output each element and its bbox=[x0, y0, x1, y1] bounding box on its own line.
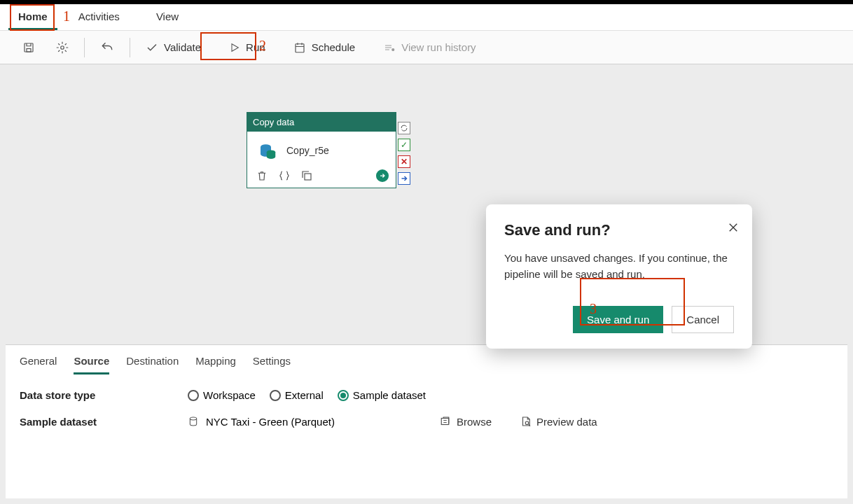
browse-icon bbox=[440, 415, 452, 428]
connector-completion[interactable] bbox=[398, 172, 410, 185]
radio-label: External bbox=[285, 389, 324, 401]
database-icon bbox=[257, 140, 278, 161]
radio-circle-icon bbox=[270, 390, 281, 401]
tab-source[interactable]: Source bbox=[74, 348, 109, 374]
play-icon bbox=[229, 42, 240, 53]
svg-rect-9 bbox=[441, 419, 449, 425]
toolbar: Validate Run Schedule View run history 2 bbox=[0, 31, 853, 64]
save-and-run-dialog: Save and run? You have unsaved changes. … bbox=[486, 204, 752, 349]
svg-rect-0 bbox=[25, 43, 33, 52]
properties-pane: General Source Destination Mapping Setti… bbox=[6, 344, 847, 498]
svg-point-10 bbox=[525, 421, 529, 425]
svg-point-4 bbox=[392, 48, 394, 50]
activity-connectors: ✓ ✕ bbox=[398, 122, 410, 185]
svg-point-8 bbox=[190, 417, 196, 420]
ribbon-tab-view[interactable]: View bbox=[146, 4, 188, 30]
save-icon bbox=[22, 41, 35, 54]
schedule-button[interactable]: Schedule bbox=[284, 37, 366, 58]
tab-settings[interactable]: Settings bbox=[253, 348, 291, 374]
copy-icon[interactable] bbox=[300, 169, 313, 182]
sample-dataset-value: NYC Taxi - Green (Parquet) bbox=[206, 416, 335, 428]
delete-icon[interactable] bbox=[256, 169, 268, 182]
radio-circle-icon bbox=[188, 390, 199, 401]
browse-label: Browse bbox=[457, 416, 492, 428]
history-icon bbox=[383, 41, 396, 54]
save-and-run-button[interactable]: Save and run bbox=[573, 306, 663, 333]
copy-data-activity[interactable]: Copy data Copy_r5e bbox=[247, 112, 396, 188]
activity-name-label: Copy_r5e bbox=[286, 145, 329, 156]
svg-point-2 bbox=[61, 46, 64, 49]
divider bbox=[130, 38, 130, 57]
dialog-actions: Save and run Cancel bbox=[504, 306, 734, 333]
tab-mapping[interactable]: Mapping bbox=[195, 348, 236, 374]
data-store-type-label: Data store type bbox=[20, 389, 188, 401]
ribbon-tab-strip: Home Activities View 1 bbox=[0, 4, 853, 31]
execute-icon[interactable] bbox=[376, 169, 389, 182]
browse-button[interactable]: Browse bbox=[440, 415, 492, 428]
radio-external[interactable]: External bbox=[270, 389, 324, 401]
radio-sample-dataset[interactable]: Sample dataset bbox=[338, 389, 426, 401]
code-braces-icon[interactable] bbox=[278, 169, 291, 182]
save-button[interactable] bbox=[13, 37, 45, 58]
radio-workspace[interactable]: Workspace bbox=[188, 389, 256, 401]
tab-destination[interactable]: Destination bbox=[126, 348, 179, 374]
undo-icon bbox=[100, 41, 114, 55]
radio-label: Sample dataset bbox=[353, 389, 426, 401]
preview-label: Preview data bbox=[536, 416, 597, 428]
dialog-title: Save and run? bbox=[504, 221, 734, 239]
svg-rect-1 bbox=[27, 48, 31, 52]
ribbon-tab-home[interactable]: Home bbox=[8, 4, 57, 30]
radio-label: Workspace bbox=[203, 389, 256, 401]
svg-rect-7 bbox=[305, 174, 311, 180]
annotation-number-2: 2 bbox=[259, 38, 266, 54]
gear-icon bbox=[56, 41, 69, 54]
activity-type-label: Copy data bbox=[247, 113, 396, 132]
dataset-cylinder-icon bbox=[188, 415, 199, 428]
close-icon bbox=[727, 221, 740, 234]
schedule-label: Schedule bbox=[312, 41, 356, 53]
settings-button[interactable] bbox=[46, 37, 78, 58]
annotation-number-1: 1 bbox=[63, 8, 70, 24]
ribbon-tab-activities[interactable]: Activities bbox=[69, 4, 130, 30]
cancel-button[interactable]: Cancel bbox=[672, 306, 734, 333]
connector-failure[interactable]: ✕ bbox=[398, 155, 410, 168]
preview-icon bbox=[520, 415, 532, 428]
calendar-icon bbox=[293, 41, 306, 54]
svg-rect-3 bbox=[296, 43, 304, 52]
dialog-body-text: You have unsaved changes. If you continu… bbox=[504, 251, 734, 282]
divider bbox=[84, 38, 85, 57]
annotation-number-3: 3 bbox=[590, 301, 597, 317]
check-icon bbox=[146, 41, 158, 54]
dialog-close-button[interactable] bbox=[727, 221, 740, 234]
connector-success[interactable]: ✓ bbox=[398, 139, 410, 151]
data-store-type-radio-group: Workspace External Sample dataset bbox=[188, 389, 426, 401]
preview-data-button[interactable]: Preview data bbox=[520, 415, 597, 428]
tab-general[interactable]: General bbox=[20, 348, 57, 374]
connector-refresh[interactable] bbox=[398, 122, 410, 134]
view-run-history-button[interactable]: View run history bbox=[373, 37, 485, 58]
validate-button[interactable]: Validate bbox=[136, 37, 211, 58]
radio-circle-icon bbox=[338, 390, 349, 401]
sample-dataset-label: Sample dataset bbox=[20, 416, 188, 428]
validate-label: Validate bbox=[164, 41, 201, 53]
view-run-history-label: View run history bbox=[401, 41, 476, 53]
run-button[interactable]: Run bbox=[219, 37, 275, 57]
properties-tabs: General Source Destination Mapping Setti… bbox=[20, 348, 833, 375]
undo-button[interactable] bbox=[90, 36, 124, 59]
